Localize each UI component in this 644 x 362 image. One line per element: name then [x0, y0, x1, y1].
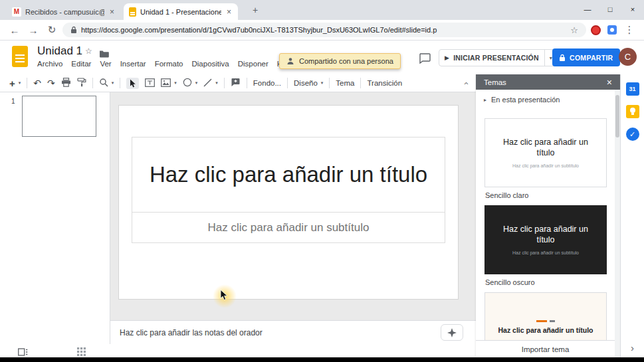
- window-close-button[interactable]: ×: [621, 0, 644, 19]
- browser-menu-icon[interactable]: ⋮: [621, 24, 637, 36]
- paint-format-icon[interactable]: [77, 78, 86, 88]
- extension-icon[interactable]: [607, 25, 617, 35]
- browser-tab-slides-active[interactable]: Unidad 1 - Presentaciones de Go ×: [124, 3, 238, 20]
- title-placeholder[interactable]: Haz clic para añadir un título: [132, 137, 445, 213]
- themes-panel-title: Temas: [484, 78, 506, 86]
- calendar-icon[interactable]: 31: [626, 82, 639, 96]
- print-icon[interactable]: [61, 78, 71, 88]
- menu-disponer[interactable]: Disponer: [238, 60, 268, 68]
- url-text: https://docs.google.com/presentation/d/1…: [81, 26, 566, 34]
- tab-close-icon[interactable]: ×: [108, 7, 116, 17]
- subtitle-placeholder[interactable]: Haz clic para añadir un subtítulo: [132, 213, 445, 243]
- gmail-icon: M: [12, 7, 21, 17]
- themes-section-label: En esta presentación: [491, 96, 560, 104]
- line-dropdown-icon[interactable]: ▾: [215, 80, 218, 86]
- collapse-menus-icon[interactable]: ›: [460, 82, 470, 84]
- speaker-notes-bar: Haz clic para añadir las notas del orado…: [110, 320, 476, 344]
- tab-title: Recibidos - campusuic@gmail.c: [25, 8, 104, 16]
- theme-card-title: Haz clic para añadir un título: [496, 137, 595, 158]
- add-comment-icon[interactable]: [231, 78, 241, 88]
- theme-card-light[interactable]: Haz clic para añadir un título Haz clic …: [484, 118, 607, 187]
- person-icon: [286, 57, 294, 65]
- move-folder-icon[interactable]: [99, 48, 109, 60]
- menu-ver[interactable]: Ver: [100, 60, 111, 68]
- keep-icon[interactable]: [626, 105, 639, 118]
- menu-diapositiva[interactable]: Diapositiva: [192, 60, 229, 68]
- lock-icon: [70, 26, 77, 34]
- mouse-cursor: [220, 290, 229, 304]
- placeholder-group: Haz clic para añadir un título Haz clic …: [132, 137, 445, 243]
- bookmark-star-icon[interactable]: ☆: [570, 25, 578, 35]
- menu-archivo[interactable]: Archivo: [37, 60, 62, 68]
- explore-button[interactable]: [441, 324, 463, 341]
- scrollbar[interactable]: [615, 90, 620, 357]
- share-label: COMPARTIR: [570, 54, 613, 62]
- editing-canvas: Haz clic para añadir un título Haz clic …: [110, 92, 476, 320]
- scrollbar-thumb[interactable]: [615, 95, 619, 137]
- view-switch-bar: [0, 344, 476, 357]
- toolbar: + ▾ ↶ ↷ ▾ ▾ ▾ ▾ Fondo... Diseño ▾ Tema T…: [0, 74, 476, 92]
- theme-card-dark[interactable]: Haz clic para añadir un título Haz clic …: [484, 205, 607, 274]
- slide-thumbnail[interactable]: [22, 96, 96, 137]
- import-theme-button[interactable]: Importar tema: [476, 340, 615, 357]
- theme-button[interactable]: Tema: [336, 79, 354, 87]
- side-panel-expand-icon[interactable]: ›: [631, 342, 634, 353]
- present-dropdown-icon[interactable]: ▾: [544, 50, 552, 66]
- favorite-star-icon[interactable]: ☆: [85, 46, 92, 56]
- layout-dropdown-icon[interactable]: ▾: [321, 80, 324, 86]
- shape-icon[interactable]: [183, 78, 192, 88]
- insert-image-icon[interactable]: [161, 78, 171, 88]
- redo-icon[interactable]: ↷: [47, 78, 55, 88]
- menu-formato[interactable]: Formato: [155, 60, 183, 68]
- image-dropdown-icon[interactable]: ▾: [174, 80, 177, 86]
- slide-filmstrip: 1: [0, 92, 110, 344]
- menu-editar[interactable]: Editar: [71, 60, 91, 68]
- themes-panel: Temas × ▸ En esta presentación Haz clic …: [476, 74, 620, 357]
- forward-icon[interactable]: →: [25, 25, 41, 36]
- toolbar-separator: [224, 78, 225, 88]
- themes-close-icon[interactable]: ×: [607, 77, 612, 88]
- comments-icon[interactable]: [419, 53, 431, 66]
- select-tool[interactable]: [126, 78, 139, 89]
- zoom-icon[interactable]: [99, 78, 108, 88]
- window-maximize-button[interactable]: □: [599, 0, 621, 19]
- present-button[interactable]: ▶ INICIAR PRESENTACIÓN ▾: [439, 49, 558, 66]
- toolbar-separator: [360, 78, 361, 88]
- new-slide-dropdown-icon[interactable]: ▾: [19, 80, 21, 86]
- line-tool-icon[interactable]: [203, 78, 212, 88]
- themes-section-row[interactable]: ▸ En esta presentación: [476, 90, 620, 110]
- slides-logo[interactable]: [12, 46, 28, 67]
- adblock-extension-icon[interactable]: [591, 25, 601, 35]
- menu-insertar[interactable]: Insertar: [120, 60, 146, 68]
- tab-close-icon[interactable]: ×: [225, 7, 233, 17]
- shared-toast-text: Compartido con una persona: [299, 57, 393, 65]
- tab-title: Unidad 1 - Presentaciones de Go: [140, 8, 221, 16]
- slide-editing-area[interactable]: Haz clic para añadir un título Haz clic …: [118, 105, 459, 300]
- speaker-notes-placeholder[interactable]: Haz clic para añadir las notas del orado…: [120, 328, 263, 337]
- new-slide-button[interactable]: +: [9, 78, 15, 89]
- toolbar-separator: [92, 78, 93, 88]
- new-tab-button[interactable]: +: [247, 5, 263, 17]
- transition-button[interactable]: Transición: [367, 79, 402, 87]
- reload-icon[interactable]: ↻: [44, 24, 60, 36]
- theme-card-subtitle: Haz clic para añadir un subtítulo: [512, 163, 579, 168]
- tasks-icon[interactable]: ✓: [626, 128, 639, 141]
- window-minimize-button[interactable]: —: [576, 0, 599, 19]
- layout-button[interactable]: Diseño: [294, 79, 318, 87]
- browser-tab-bar: M Recibidos - campusuic@gmail.c × Unidad…: [0, 0, 644, 20]
- cursor-arrow-icon: [129, 79, 136, 88]
- document-title[interactable]: Unidad 1: [37, 45, 82, 58]
- zoom-dropdown-icon[interactable]: ▾: [112, 80, 114, 86]
- undo-icon[interactable]: ↶: [33, 78, 41, 88]
- background-button[interactable]: Fondo...: [253, 79, 281, 87]
- theme-accent-dashes: [536, 320, 555, 322]
- text-box-icon[interactable]: [145, 78, 155, 88]
- account-avatar[interactable]: C: [619, 48, 637, 66]
- toolbar-separator: [247, 78, 247, 88]
- share-button[interactable]: COMPARTIR: [552, 48, 620, 66]
- shared-toast: Compartido con una persona: [279, 53, 401, 69]
- back-icon[interactable]: ←: [7, 25, 23, 36]
- browser-tab-gmail[interactable]: M Recibidos - campusuic@gmail.c ×: [7, 3, 121, 20]
- address-bar[interactable]: https://docs.google.com/presentation/d/1…: [62, 23, 586, 37]
- shape-dropdown-icon[interactable]: ▾: [195, 80, 198, 86]
